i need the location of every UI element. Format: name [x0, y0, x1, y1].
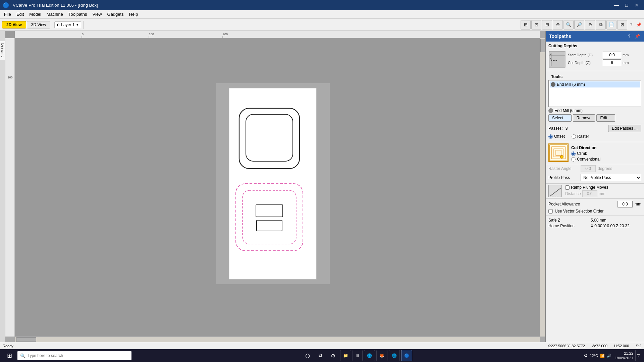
search-icon: 🔍	[20, 353, 25, 358]
tray-volume-icon: 🔊	[607, 354, 611, 358]
tool-preview-icon	[548, 108, 553, 113]
horizontal-scrollbar[interactable]	[15, 337, 540, 342]
cut-depth-label: Cut Depth (C)	[568, 61, 601, 65]
edit-tool-button[interactable]: Edit ...	[596, 114, 615, 122]
taskbar-edge[interactable]: 🌐	[389, 350, 400, 361]
taskbar-task-view[interactable]: ⧉	[315, 350, 326, 361]
pocket-allowance-input[interactable]	[618, 201, 633, 207]
cutting-depths-label: Cutting Depths	[546, 42, 644, 49]
vec-order-label: Use Vector Selection Order	[555, 209, 603, 214]
taskbar-firefox[interactable]: 🦊	[376, 350, 387, 361]
cut-direction-label: Cut Direction	[571, 143, 641, 151]
taskbar-explorer[interactable]: 📁	[340, 350, 351, 361]
toolpaths-help-icon[interactable]: ?	[628, 21, 635, 28]
zoom-selection-icon[interactable]: ⊡	[531, 20, 541, 29]
close-button[interactable]: ✕	[632, 0, 641, 10]
depth-diagram-icon: C D	[548, 51, 566, 68]
raster-label: Raster	[577, 134, 589, 139]
distance-input[interactable]	[582, 190, 597, 197]
layer-select[interactable]: ◐ Layer 1 ▼	[54, 21, 81, 28]
toolpath-preview-icon[interactable]: ⧉	[596, 20, 606, 29]
menu-help[interactable]: Help	[126, 11, 141, 17]
status-height: H:52.000	[614, 344, 629, 348]
climb-radio-row: Climb	[571, 151, 641, 156]
notification-icon[interactable]: 🗨	[635, 350, 641, 361]
home-position-row: Home Position X:0.00 Y:0.00 Z:20.32	[548, 224, 641, 228]
zoom-out-icon[interactable]: 🔎	[574, 20, 584, 29]
taskbar-chrome[interactable]: 🌐	[364, 350, 375, 361]
toolpaths-pin-icon[interactable]: 📌	[635, 21, 642, 28]
pocket-allowance-row: Pocket Allowance mm	[548, 201, 641, 207]
zoom-in-icon[interactable]: 🔍	[564, 20, 574, 29]
cut-depth-input[interactable]	[603, 59, 621, 66]
hide-toolpaths-icon[interactable]: ⊠	[617, 20, 627, 29]
profile-pass-select[interactable]: No Profile Pass Last First	[581, 174, 641, 181]
select-tool-button[interactable]: Select ...	[548, 114, 572, 122]
svg-point-25	[561, 156, 563, 158]
zoom-fit-icon[interactable]: ⊞	[521, 20, 531, 29]
start-depth-label: Start Depth (D)	[568, 53, 601, 57]
profile-pass-label: Profile Pass	[548, 175, 579, 180]
svg-line-26	[550, 188, 561, 196]
tool-buttons: Select ... Remove Edit ...	[548, 114, 641, 122]
conventional-radio[interactable]	[571, 157, 576, 162]
climb-radio[interactable]	[571, 152, 576, 156]
vec-order-checkbox[interactable]	[548, 209, 553, 214]
snap-icon[interactable]: ⊕	[553, 20, 563, 29]
maximize-button[interactable]: □	[622, 0, 631, 10]
tools-section: Tools: End Mill (6 mm) End Mill (6 mm) S…	[546, 71, 644, 123]
menu-machine[interactable]: Machine	[44, 11, 66, 17]
show-toolpaths-icon[interactable]: 📄	[606, 20, 616, 29]
taskbar-settings[interactable]: ⚙	[327, 350, 339, 361]
svg-rect-20	[550, 145, 567, 161]
taskbar: ⊞ 🔍 ⬡ ⧉ ⚙ 📁 🖥 🌐 🦊 🌐 🔵 🌤 12°C 📶 🔊 21:22 1…	[0, 349, 644, 362]
pocket-allowance-label: Pocket Allowance	[548, 202, 580, 206]
raster-radio[interactable]	[572, 134, 576, 139]
menu-toolpaths[interactable]: Toolpaths	[66, 11, 90, 17]
profile-pass-row: Profile Pass No Profile Pass Last First	[546, 173, 644, 183]
view-2d-tab[interactable]: 2D View	[2, 21, 26, 28]
passes-section: Passes: 3 Edit Passes ... Offset Raster	[546, 123, 644, 142]
menu-gadgets[interactable]: Gadgets	[105, 11, 126, 17]
edit-passes-button[interactable]: Edit Passes ...	[608, 125, 641, 132]
zoom-rect-icon[interactable]: ⊕	[585, 20, 595, 29]
grid-icon[interactable]: ⊞	[542, 20, 552, 29]
climb-label: Climb	[577, 151, 587, 156]
view-3d-tab[interactable]: 3D View	[27, 21, 50, 28]
start-depth-input[interactable]	[603, 52, 621, 58]
canvas-area[interactable]: 0 100 200 100	[5, 31, 545, 342]
menu-file[interactable]: File	[1, 11, 14, 17]
cut-direction-icon	[548, 143, 569, 162]
search-bar[interactable]: 🔍	[17, 351, 131, 360]
safe-section: Safe Z 5.08 mm Home Position X:0.00 Y:0.…	[546, 216, 644, 231]
menu-edit[interactable]: Edit	[14, 11, 26, 17]
drawing-tab[interactable]: Drawing	[0, 41, 5, 60]
raster-angle-input[interactable]	[581, 165, 596, 172]
cut-direction-section: Cut Direction Climb Conventional	[546, 142, 644, 164]
taskbar-cortana[interactable]: ⬡	[302, 350, 313, 361]
left-sidebar: Drawing	[0, 31, 5, 342]
menu-view[interactable]: View	[90, 11, 105, 17]
panel-help-icon[interactable]: ?	[626, 33, 633, 40]
offset-radio[interactable]	[548, 134, 553, 139]
remove-tool-button[interactable]: Remove	[573, 114, 595, 122]
ramp-options: Ramp Plunge Moves Distance mm	[565, 185, 641, 197]
vertical-scrollbar[interactable]	[540, 38, 545, 337]
taskbar-ie[interactable]: 🖥	[353, 350, 363, 361]
minimize-button[interactable]: —	[612, 0, 621, 10]
weather-icon: 🌤	[584, 354, 588, 358]
panel-pin-icon[interactable]: 📌	[634, 33, 641, 40]
menu-model[interactable]: Model	[26, 11, 44, 17]
search-input[interactable]	[28, 353, 129, 358]
tools-list: End Mill (6 mm)	[548, 80, 641, 107]
svg-text:100: 100	[7, 76, 12, 79]
panel-header: Toolpaths ? 📌	[546, 31, 644, 42]
toolpaths-panel: Toolpaths ? 📌 Cutting Depths C D	[545, 31, 644, 342]
start-button[interactable]: ⊞	[3, 350, 16, 361]
svg-text:D: D	[550, 58, 552, 61]
taskbar-vcarve[interactable]: 🔵	[401, 350, 412, 361]
ramp-section: Ramp Plunge Moves Distance mm	[546, 183, 644, 199]
tray-network-icon: 📶	[600, 354, 605, 358]
ramp-checkbox[interactable]	[565, 185, 570, 190]
depth-fields: Start Depth (D) mm Cut Depth (C) mm	[568, 52, 641, 67]
